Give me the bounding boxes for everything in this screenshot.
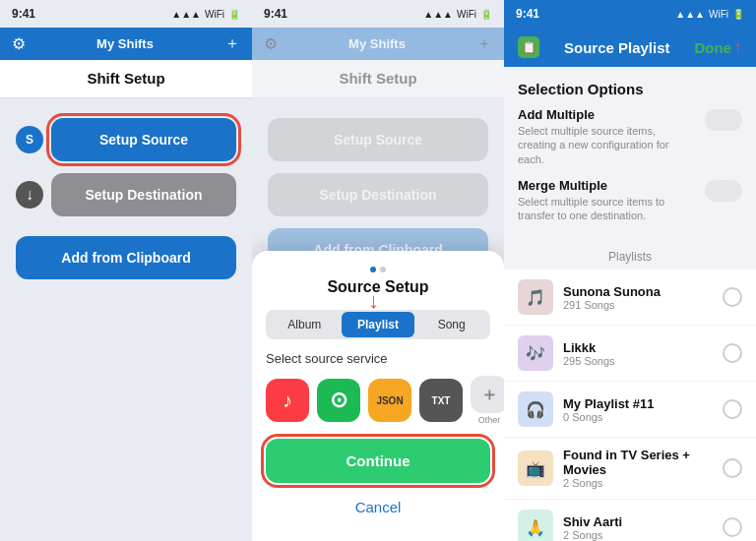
other-wrapper: ＋ Other bbox=[471, 376, 504, 425]
service-icons-row: ♪ ⊙ JSON TXT ＋ Other bbox=[266, 376, 490, 425]
toggle-add-multiple[interactable] bbox=[705, 109, 742, 131]
done-button[interactable]: Done bbox=[695, 39, 732, 56]
status-bar-3: 9:41 ▲▲▲ WiFi 🔋 bbox=[504, 0, 756, 28]
status-icons-1: ▲▲▲ WiFi 🔋 bbox=[171, 9, 240, 20]
option-add-multiple: Add Multiple Select multiple source item… bbox=[518, 107, 742, 166]
playlist-info-shivaarti: Shiv Aarti 2 Songs bbox=[563, 514, 713, 541]
playlist-radio-myplaylist11[interactable] bbox=[723, 399, 742, 419]
playlist-count-myplaylist11: 0 Songs bbox=[563, 411, 713, 423]
clipboard-label: Add from Clipboard bbox=[61, 250, 190, 266]
dot-2 bbox=[380, 267, 386, 272]
option-add-label: Add Multiple bbox=[518, 107, 695, 122]
app-icon-3: 📋 bbox=[518, 36, 539, 58]
playlist-count-tv: 2 Songs bbox=[563, 477, 713, 489]
panel-1: 9:41 ▲▲▲ WiFi 🔋 ⚙ My Shifts ＋ Shift Setu… bbox=[0, 0, 252, 541]
battery-icon-3: 🔋 bbox=[732, 9, 744, 20]
playlist-radio-shivaarti[interactable] bbox=[723, 517, 742, 537]
playlist-count-shivaarti: 2 Songs bbox=[563, 529, 713, 541]
status-bar-1: 9:41 ▲▲▲ WiFi 🔋 bbox=[0, 0, 252, 28]
txt-icon[interactable]: TXT bbox=[419, 379, 463, 422]
setup-dest-label: Setup Destination bbox=[85, 187, 202, 203]
source-circle-icon: S bbox=[16, 126, 43, 153]
top-nav-2: ⚙ My Shifts ＋ bbox=[252, 28, 504, 60]
playlist-thumb-myplaylist11: 🎧 bbox=[518, 391, 553, 427]
continue-button[interactable]: Continue bbox=[266, 439, 490, 483]
signal-icon-3: ▲▲▲ bbox=[675, 9, 705, 20]
battery-icon: 🔋 bbox=[228, 9, 240, 20]
wifi-icon: WiFi bbox=[205, 9, 224, 20]
playlist-item-shivaarti[interactable]: 🙏 Shiv Aarti 2 Songs bbox=[504, 500, 756, 541]
playlist-count-sunona: 291 Songs bbox=[563, 299, 713, 311]
playlist-item-myplaylist11[interactable]: 🎧 My Playlist #11 0 Songs bbox=[504, 382, 756, 438]
dest-circle-icon: ↓ bbox=[16, 181, 43, 209]
playlist-name-likkk: Likkk bbox=[563, 340, 713, 355]
option-add-text: Add Multiple Select multiple source item… bbox=[518, 107, 695, 166]
playlists-section: Playlists 🎵 Sunona Sunona 291 Songs 🎶 Li… bbox=[504, 240, 756, 541]
playlist-count-likkk: 295 Songs bbox=[563, 355, 713, 367]
apple-music-icon[interactable]: ♪ bbox=[266, 379, 309, 422]
sub-header-1: Shift Setup bbox=[0, 60, 252, 98]
segment-album[interactable]: Album bbox=[268, 312, 342, 337]
menu-icon-2: ⚙ bbox=[264, 34, 278, 53]
done-wrapper: Done ↑ bbox=[695, 37, 743, 58]
dest-row: ↓ Setup Destination bbox=[16, 173, 236, 216]
playlist-radio-sunona[interactable] bbox=[723, 287, 742, 307]
setup-dest-button[interactable]: Setup Destination bbox=[51, 173, 236, 216]
playlist-item-likkk[interactable]: 🎶 Likkk 295 Songs bbox=[504, 326, 756, 382]
setup-source-button[interactable]: Setup Source bbox=[51, 118, 236, 161]
panel3-content: Selection Options Add Multiple Select mu… bbox=[504, 67, 756, 541]
cancel-label: Cancel bbox=[355, 499, 402, 515]
other-icon[interactable]: ＋ bbox=[471, 376, 504, 413]
status-icons-3: ▲▲▲ WiFi 🔋 bbox=[675, 9, 744, 20]
playlist-item-tv[interactable]: 📺 Found in TV Series + Movies 2 Songs bbox=[504, 438, 756, 500]
segment-song[interactable]: Song bbox=[414, 312, 488, 337]
panel-3: 9:41 ▲▲▲ WiFi 🔋 📋 Source Playlist Done ↑… bbox=[504, 0, 756, 541]
option-merge-label: Merge Multiple bbox=[518, 178, 695, 193]
setup-source-label: Setup Source bbox=[99, 132, 188, 148]
segment-playlist[interactable]: Playlist bbox=[342, 312, 415, 337]
continue-label: Continue bbox=[346, 452, 410, 469]
top-nav-3: 📋 Source Playlist Done ↑ bbox=[504, 28, 756, 67]
selection-options: Selection Options Add Multiple Select mu… bbox=[504, 67, 756, 240]
dot-1 bbox=[370, 267, 376, 272]
sub-title-1: Shift Setup bbox=[87, 70, 164, 87]
segment-control: Album Playlist Song bbox=[266, 310, 490, 339]
nav-title-3: Source Playlist bbox=[539, 39, 695, 56]
status-time-2: 9:41 bbox=[264, 7, 287, 21]
playlist-thumb-shivaarti: 🙏 bbox=[518, 510, 553, 541]
playlist-info-likkk: Likkk 295 Songs bbox=[563, 340, 713, 367]
playlist-radio-likkk[interactable] bbox=[723, 343, 742, 363]
nav-title-1: My Shifts bbox=[96, 36, 154, 51]
menu-icon-1[interactable]: ⚙ bbox=[12, 34, 26, 53]
dest-placeholder: Setup Destination bbox=[268, 173, 488, 216]
spotify-icon[interactable]: ⊙ bbox=[317, 379, 360, 422]
playlist-info-tv: Found in TV Series + Movies 2 Songs bbox=[563, 448, 713, 489]
toggle-merge-multiple[interactable] bbox=[705, 180, 742, 202]
add-clipboard-button[interactable]: Add from Clipboard bbox=[16, 236, 236, 279]
top-nav-1: ⚙ My Shifts ＋ bbox=[0, 28, 252, 60]
signal-icon-2: ▲▲▲ bbox=[423, 9, 453, 20]
status-time-3: 9:41 bbox=[516, 7, 539, 21]
nav-left-3: 📋 bbox=[518, 36, 539, 58]
option-add-desc: Select multiple source items, creating a… bbox=[518, 124, 695, 166]
bottom-sheet: Source Setup Album Playlist Song ↓ Selec… bbox=[252, 251, 504, 541]
done-label: Done bbox=[695, 39, 732, 56]
playlist-name-sunona: Sunona Sunona bbox=[563, 284, 713, 299]
option-merge-desc: Select multiple source items to transfer… bbox=[518, 195, 695, 223]
playlist-name-tv: Found in TV Series + Movies bbox=[563, 448, 713, 477]
playlist-radio-tv[interactable] bbox=[723, 458, 742, 478]
cancel-button[interactable]: Cancel bbox=[266, 493, 490, 521]
playlist-item-sunona[interactable]: 🎵 Sunona Sunona 291 Songs bbox=[504, 270, 756, 326]
add-icon-1[interactable]: ＋ bbox=[224, 33, 240, 54]
segment-wrapper: Album Playlist Song ↓ bbox=[266, 310, 490, 339]
sub-header-2: Shift Setup bbox=[252, 60, 504, 98]
selection-options-title: Selection Options bbox=[518, 81, 742, 97]
signal-icon: ▲▲▲ bbox=[171, 9, 201, 20]
json-icon[interactable]: JSON bbox=[368, 379, 411, 422]
add-icon-2: ＋ bbox=[476, 33, 492, 54]
status-icons-2: ▲▲▲ WiFi 🔋 bbox=[423, 9, 492, 20]
playlist-thumb-tv: 📺 bbox=[518, 451, 553, 486]
content-1: S Setup Source ↓ Setup Destination Add f… bbox=[0, 98, 252, 299]
playlist-info-myplaylist11: My Playlist #11 0 Songs bbox=[563, 396, 713, 423]
source-row: S Setup Source bbox=[16, 118, 236, 161]
